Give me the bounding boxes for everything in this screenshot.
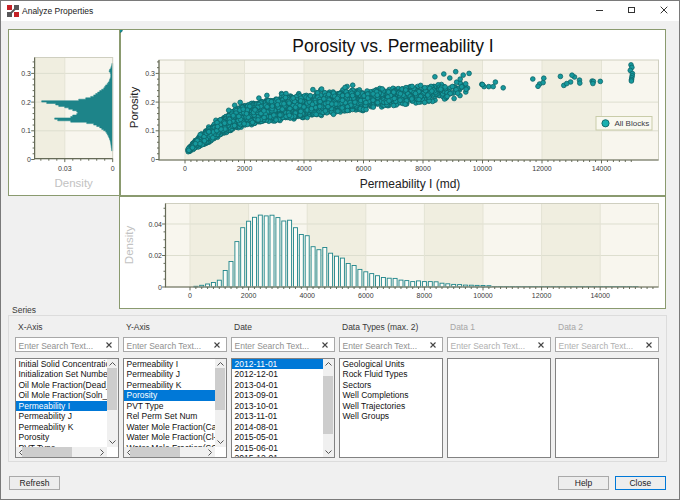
svg-text:0.02: 0.02 bbox=[148, 252, 162, 259]
svg-text:0: 0 bbox=[158, 284, 162, 291]
svg-text:0: 0 bbox=[188, 292, 192, 299]
svg-text:14000: 14000 bbox=[592, 165, 612, 172]
svg-text:10000: 10000 bbox=[473, 292, 493, 299]
svg-text:0.1: 0.1 bbox=[145, 127, 155, 134]
svg-text:All Blocks: All Blocks bbox=[615, 119, 650, 128]
svg-text:12000: 12000 bbox=[532, 165, 552, 172]
svg-text:2000: 2000 bbox=[241, 292, 257, 299]
svg-text:0.3: 0.3 bbox=[21, 70, 31, 77]
svg-text:12000: 12000 bbox=[532, 292, 552, 299]
svg-text:6000: 6000 bbox=[356, 165, 372, 172]
svg-text:4000: 4000 bbox=[296, 165, 312, 172]
svg-text:0.3: 0.3 bbox=[145, 70, 155, 77]
svg-text:0.04: 0.04 bbox=[148, 221, 162, 228]
svg-text:Porosity vs. Permeability I: Porosity vs. Permeability I bbox=[292, 36, 493, 56]
svg-text:Density: Density bbox=[123, 226, 135, 265]
svg-text:0.2: 0.2 bbox=[145, 99, 155, 106]
svg-text:0: 0 bbox=[183, 165, 187, 172]
svg-text:Density: Density bbox=[55, 177, 94, 189]
svg-text:0.2: 0.2 bbox=[21, 99, 31, 106]
svg-text:0: 0 bbox=[151, 156, 155, 163]
svg-text:4000: 4000 bbox=[299, 292, 315, 299]
svg-text:6000: 6000 bbox=[358, 292, 374, 299]
svg-text:0.1: 0.1 bbox=[21, 127, 31, 134]
svg-text:10000: 10000 bbox=[473, 165, 493, 172]
svg-text:8000: 8000 bbox=[415, 165, 431, 172]
svg-text:Porosity: Porosity bbox=[128, 86, 140, 128]
svg-text:0: 0 bbox=[111, 165, 115, 172]
svg-text:0.03: 0.03 bbox=[58, 165, 72, 172]
svg-text:2000: 2000 bbox=[237, 165, 253, 172]
svg-text:14000: 14000 bbox=[590, 292, 610, 299]
svg-text:Permeability I (md): Permeability I (md) bbox=[360, 177, 461, 191]
svg-text:8000: 8000 bbox=[417, 292, 433, 299]
svg-text:0: 0 bbox=[27, 156, 31, 163]
